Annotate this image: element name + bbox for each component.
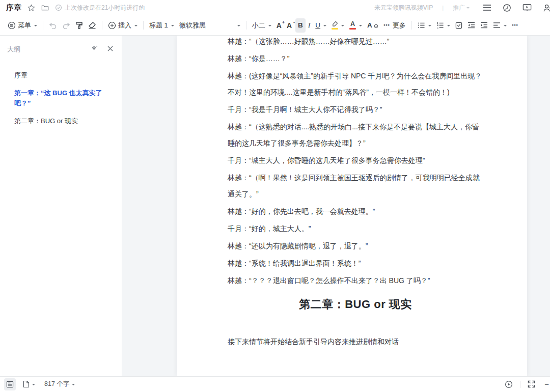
doc-paragraph[interactable]: 林越：“（这张脸……好眼熟……好像在哪见过……” bbox=[228, 36, 483, 49]
alignment-button[interactable] bbox=[490, 18, 509, 33]
toolbar-divider bbox=[411, 21, 412, 30]
doc-paragraph[interactable]: 千月：“我是千月啊！城主大人你不记得我了吗？” bbox=[228, 101, 483, 118]
chevron-down-icon bbox=[447, 25, 450, 28]
decrease-indent-button[interactable] bbox=[465, 18, 478, 33]
menu-button[interactable]: 菜单 bbox=[5, 18, 40, 33]
toggle-outline-button[interactable] bbox=[4, 378, 16, 390]
outline-item-chapter-2[interactable]: 第二章：BUG or 现实 bbox=[0, 115, 122, 128]
decrease-font-button[interactable]: A- bbox=[284, 18, 294, 33]
chevron-down-icon bbox=[34, 25, 37, 28]
chevron-down-icon bbox=[32, 384, 35, 387]
promo-divider: | bbox=[442, 5, 444, 11]
bullet-list-icon bbox=[418, 22, 425, 29]
doc-paragraph[interactable]: 林越：“？？？退出窗口呢？怎么操作不出来了？出 BUG 了吗？” bbox=[228, 272, 483, 289]
promo-tag[interactable]: 推广 bbox=[453, 4, 470, 12]
increase-font-button[interactable]: A+ bbox=[274, 18, 284, 33]
highlight-color-swatch bbox=[332, 28, 338, 30]
font-color-button[interactable]: A bbox=[347, 18, 365, 33]
doc-paragraph[interactable]: 林越：(这好像是“风暴领主”的新手引导 NPC 千月吧？为什么会在我房间里出现？… bbox=[228, 68, 483, 100]
italic-button[interactable]: I bbox=[306, 18, 313, 33]
app-header: 序章 上次修改是在21小时前进行的 来元宝领腾讯视频VIP | 推广 bbox=[0, 0, 550, 15]
align-left-icon bbox=[493, 22, 501, 29]
doc-paragraph[interactable]: 林越：“（这熟悉的对话....熟悉的开场白...接下来你是不是要说【城主大人，你… bbox=[228, 119, 483, 151]
toolbar-divider bbox=[246, 21, 246, 30]
workspace: 大纲 序章 第一章：“这 BUG 也太真实了吧？” 第二章：BUG or 现实 … bbox=[0, 36, 550, 376]
outline-item-prologue[interactable]: 序章 bbox=[0, 69, 122, 82]
checklist-button[interactable] bbox=[453, 18, 465, 33]
word-count-button[interactable]: 817 个字 bbox=[42, 378, 77, 390]
more-formats-button[interactable]: ⋯ 更多 bbox=[381, 18, 408, 33]
doc-paragraph[interactable]: 林越：“系统！给我调出退出界面！系统！” bbox=[228, 255, 483, 271]
redo-button[interactable] bbox=[60, 18, 73, 33]
vip-promo-link[interactable]: 来元宝领腾讯视频VIP bbox=[374, 4, 433, 12]
page-mode-button[interactable] bbox=[21, 378, 37, 390]
insert-button[interactable]: 插入 bbox=[105, 18, 140, 33]
highlighter-icon bbox=[332, 21, 338, 27]
plus-circle-icon bbox=[108, 21, 116, 30]
folder-icon[interactable] bbox=[41, 4, 49, 12]
chevron-down-icon bbox=[428, 25, 431, 28]
document-page[interactable]: 林越：“（这张脸……好眼熟……好像在哪见过……” 林越：“你是……？” 林越：(… bbox=[177, 36, 527, 376]
outline-panel: 大纲 序章 第一章：“这 BUG 也太真实了吧？” 第二章：BUG or 现实 bbox=[0, 36, 122, 376]
toolbar-divider bbox=[143, 21, 144, 30]
present-icon[interactable] bbox=[522, 4, 532, 12]
theme-circle-icon[interactable] bbox=[503, 4, 511, 12]
menu-lines-icon[interactable] bbox=[483, 4, 491, 11]
status-bar: 817 个字 − bbox=[0, 376, 550, 391]
doc-paragraph[interactable]: 千月：“好的，城主大人。” bbox=[228, 220, 483, 237]
fullscreen-icon bbox=[528, 380, 535, 388]
outline-item-chapter-1[interactable]: 第一章：“这 BUG 也太真实了吧？” bbox=[0, 87, 122, 110]
toolbar-overflow-button[interactable]: ⋯ bbox=[509, 18, 521, 33]
add-collaborator-icon[interactable] bbox=[543, 4, 550, 12]
doc-paragraph[interactable]: 林越：“（啊！果然！这是回到领主被国王驱逐后的剧情了，可我明明已经全成就通关了。… bbox=[228, 170, 483, 202]
toolbar-divider bbox=[43, 21, 43, 30]
zoom-out-button[interactable]: − bbox=[542, 378, 550, 390]
statusbar-divider bbox=[520, 381, 520, 388]
editor-canvas: 林越：“（这张脸……好眼熟……好像在哪见过……” 林越：“你是……？” 林越：(… bbox=[122, 36, 550, 376]
fullscreen-button[interactable] bbox=[526, 378, 537, 390]
effect-gear-icon bbox=[374, 24, 378, 29]
undo-button[interactable] bbox=[46, 18, 60, 33]
chevron-down-icon bbox=[268, 25, 271, 28]
chevron-down-icon bbox=[341, 25, 344, 28]
outdent-icon bbox=[468, 22, 475, 29]
ai-sparkle-icon[interactable] bbox=[91, 44, 99, 54]
numbered-list-button[interactable] bbox=[434, 18, 453, 33]
clear-format-button[interactable] bbox=[86, 18, 99, 33]
increase-indent-button[interactable] bbox=[478, 18, 490, 33]
paragraph-style-select[interactable]: 标题 1 bbox=[147, 18, 177, 33]
chevron-down-icon bbox=[171, 25, 174, 28]
highlight-button[interactable] bbox=[329, 18, 347, 33]
check-circle-icon bbox=[55, 4, 62, 11]
bullet-list-button[interactable] bbox=[415, 18, 434, 33]
underline-button[interactable]: U bbox=[313, 18, 329, 33]
doc-paragraph[interactable]: 林越：“好的，你先出去吧，我一会就去处理。” bbox=[228, 203, 483, 219]
chevron-down-icon bbox=[237, 25, 240, 28]
present-play-button[interactable] bbox=[503, 378, 515, 390]
font-family-select[interactable]: 微软雅黑 bbox=[177, 18, 243, 33]
checkbox-icon bbox=[455, 22, 462, 29]
doc-paragraph[interactable]: 千月：“城主大人，你昏睡的这几天堆了很多事务急需你去处理” bbox=[228, 152, 483, 169]
text-effects-button[interactable]: A bbox=[365, 18, 381, 33]
close-outline-icon[interactable] bbox=[107, 45, 114, 54]
chevron-down-icon bbox=[72, 384, 75, 387]
chevron-down-icon bbox=[466, 7, 470, 10]
toolbar-divider bbox=[102, 21, 102, 30]
save-status: 上次修改是在21小时前进行的 bbox=[55, 4, 145, 12]
page-icon bbox=[23, 380, 30, 388]
redo-icon bbox=[62, 22, 70, 29]
doc-paragraph[interactable]: 林越：“还以为有隐藏剧情呢，退了，退了。” bbox=[228, 238, 483, 254]
doc-paragraph[interactable]: 接下来情节将开始结合新手引导内容来推进剧情和对话 bbox=[228, 333, 483, 350]
format-toolbar: 菜单 插入 标题 1 微软雅黑 小二 A+ A- B I U bbox=[0, 15, 550, 36]
star-icon[interactable] bbox=[28, 4, 35, 12]
document-content[interactable]: 林越：“（这张脸……好眼熟……好像在哪见过……” 林越：“你是……？” 林越：(… bbox=[177, 36, 527, 350]
chapter-2-heading[interactable]: 第二章：BUG or 现实 bbox=[228, 297, 483, 312]
bold-button[interactable]: B bbox=[295, 18, 306, 33]
eraser-icon bbox=[88, 21, 96, 29]
outline-title: 大纲 bbox=[7, 45, 20, 54]
indent-icon bbox=[480, 22, 488, 29]
font-size-select[interactable]: 小二 bbox=[250, 18, 274, 33]
play-circle-icon bbox=[505, 380, 513, 388]
format-painter-button[interactable] bbox=[73, 18, 86, 33]
doc-paragraph[interactable]: 林越：“你是……？” bbox=[228, 50, 483, 67]
